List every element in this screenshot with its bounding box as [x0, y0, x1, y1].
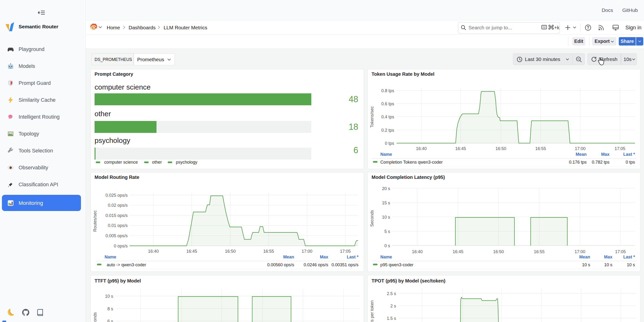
svg-text:0 tps: 0 tps [626, 160, 635, 164]
svg-text:0.015 ops/s: 0.015 ops/s [106, 213, 128, 218]
svg-text:10 s: 10 s [627, 262, 635, 267]
svg-text:6 s: 6 s [108, 319, 113, 322]
svg-text:16:45: 16:45 [452, 249, 463, 254]
svg-text:Max: Max [601, 152, 610, 157]
svg-text:auto -> qwen3-coder: auto -> qwen3-coder [107, 262, 146, 267]
svg-text:0.176 tps: 0.176 tps [569, 160, 586, 164]
svg-text:Seconds: Seconds [93, 312, 98, 322]
svg-text:0.8 tps: 0.8 tps [381, 88, 394, 93]
svg-text:Last *: Last * [347, 254, 358, 259]
svg-text:15 s: 15 s [382, 200, 390, 205]
svg-text:16:55: 16:55 [534, 249, 544, 254]
svg-text:Seconds per token: Seconds per token [370, 300, 374, 322]
svg-text:0.4 tps: 0.4 tps [381, 114, 394, 119]
svg-text:10 s: 10 s [582, 262, 590, 267]
svg-text:16:55: 16:55 [535, 146, 546, 151]
svg-text:16:50: 16:50 [493, 249, 504, 254]
svg-text:20 s: 20 s [382, 186, 390, 191]
svg-text:10 s: 10 s [382, 215, 390, 220]
svg-text:17:05: 17:05 [614, 146, 625, 151]
svg-text:0 ops/s: 0 ops/s [114, 244, 128, 248]
svg-text:0.782 tps: 0.782 tps [592, 160, 610, 164]
svg-text:16:50: 16:50 [225, 249, 236, 254]
svg-text:Max: Max [604, 254, 612, 259]
svg-text:Name: Name [380, 254, 392, 259]
svg-text:2.5 s: 2.5 s [387, 291, 396, 296]
svg-text:16:40: 16:40 [412, 249, 422, 254]
svg-text:17:00: 17:00 [574, 249, 585, 254]
svg-text:16:45: 16:45 [455, 146, 466, 151]
svg-text:Name: Name [380, 152, 392, 157]
svg-text:2 s: 2 s [390, 304, 396, 308]
svg-text:17:05: 17:05 [615, 249, 626, 254]
svg-text:16:45: 16:45 [186, 249, 197, 254]
svg-text:Mean: Mean [579, 254, 590, 259]
svg-text:Mean: Mean [576, 152, 586, 157]
svg-text:Mean: Mean [283, 254, 294, 259]
svg-text:0.6 tps: 0.6 tps [381, 102, 394, 106]
svg-text:Routes/sec: Routes/sec [93, 210, 98, 232]
svg-text:16:40: 16:40 [416, 146, 426, 151]
svg-text:0 s: 0 s [384, 244, 390, 248]
svg-text:0.02 ops/s: 0.02 ops/s [108, 203, 128, 208]
svg-text:Max: Max [320, 254, 328, 259]
svg-text:0.00560 ops/s: 0.00560 ops/s [267, 262, 294, 267]
svg-text:Last *: Last * [623, 254, 635, 259]
svg-text:10 s: 10 s [604, 262, 612, 267]
svg-text:16:50: 16:50 [496, 146, 506, 151]
svg-text:Name: Name [104, 254, 116, 259]
svg-text:0.01 ops/s: 0.01 ops/s [108, 223, 128, 228]
svg-text:0.00351 ops/s: 0.00351 ops/s [332, 262, 358, 267]
svg-text:16:40: 16:40 [148, 249, 158, 254]
svg-text:p95 qwen3-coder: p95 qwen3-coder [380, 262, 414, 267]
svg-text:0.0246 ops/s: 0.0246 ops/s [304, 262, 328, 267]
svg-text:Completion Tokens qwen3-coder: Completion Tokens qwen3-coder [380, 160, 443, 164]
svg-text:0.2 tps: 0.2 tps [381, 128, 394, 133]
svg-text:17:05: 17:05 [340, 249, 350, 254]
svg-text:17:00: 17:00 [575, 146, 586, 151]
svg-text:0 tps: 0 tps [385, 141, 394, 146]
svg-text:Tokens/sec: Tokens/sec [370, 106, 374, 128]
svg-text:0.005 ops/s: 0.005 ops/s [106, 234, 128, 238]
svg-text:17:00: 17:00 [302, 249, 312, 254]
svg-text:10 s: 10 s [105, 294, 113, 299]
svg-text:16:55: 16:55 [263, 249, 274, 254]
svg-text:8 s: 8 s [108, 306, 113, 311]
svg-text:Seconds: Seconds [370, 210, 374, 227]
svg-text:5 s: 5 s [384, 229, 390, 234]
svg-text:1.5 s: 1.5 s [387, 316, 396, 321]
svg-text:Last *: Last * [623, 152, 635, 157]
svg-text:0.025 ops/s: 0.025 ops/s [106, 193, 128, 198]
